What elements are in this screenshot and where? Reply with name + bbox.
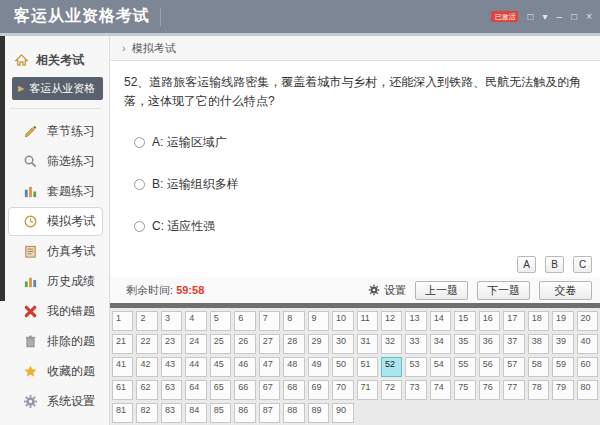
question-cell[interactable]: 42 bbox=[136, 357, 157, 377]
sidebar-item-notepad[interactable]: 仿真考试 bbox=[8, 237, 103, 266]
question-cell[interactable]: 59 bbox=[552, 357, 573, 377]
question-cell[interactable]: 13 bbox=[405, 311, 426, 331]
question-cell[interactable]: 24 bbox=[185, 334, 206, 354]
question-cell[interactable]: 34 bbox=[430, 334, 451, 354]
question-cell[interactable]: 49 bbox=[308, 357, 329, 377]
radio-icon[interactable] bbox=[134, 221, 145, 232]
question-cell[interactable]: 48 bbox=[283, 357, 304, 377]
question-cell[interactable]: 5 bbox=[210, 311, 231, 331]
question-cell-current[interactable]: 52 bbox=[381, 357, 402, 377]
question-cell[interactable]: 54 bbox=[430, 357, 451, 377]
question-cell[interactable]: 1 bbox=[112, 311, 133, 331]
question-cell[interactable]: 68 bbox=[283, 380, 304, 400]
question-cell[interactable]: 18 bbox=[528, 311, 549, 331]
question-cell[interactable]: 20 bbox=[577, 311, 598, 331]
question-cell[interactable]: 70 bbox=[332, 380, 353, 400]
next-question-button[interactable]: 下一题 bbox=[477, 281, 530, 300]
question-cell[interactable]: 74 bbox=[430, 380, 451, 400]
answer-button-B[interactable]: B bbox=[545, 256, 564, 273]
question-cell[interactable]: 56 bbox=[479, 357, 500, 377]
question-cell[interactable]: 16 bbox=[479, 311, 500, 331]
question-cell[interactable]: 7 bbox=[259, 311, 280, 331]
question-cell[interactable]: 90 bbox=[332, 403, 353, 423]
question-cell[interactable]: 79 bbox=[552, 380, 573, 400]
question-cell[interactable]: 21 bbox=[112, 334, 133, 354]
previous-question-button[interactable]: 上一题 bbox=[415, 281, 468, 300]
question-cell[interactable]: 8 bbox=[283, 311, 304, 331]
question-cell[interactable]: 61 bbox=[112, 380, 133, 400]
question-cell[interactable]: 85 bbox=[210, 403, 231, 423]
question-cell[interactable]: 26 bbox=[234, 334, 255, 354]
chevron-down-icon[interactable]: ▾ bbox=[543, 11, 548, 23]
question-cell[interactable]: 73 bbox=[405, 380, 426, 400]
question-cell[interactable]: 66 bbox=[234, 380, 255, 400]
sidebar-section-related-exams[interactable]: 相关考试 bbox=[0, 46, 109, 75]
question-cell[interactable]: 57 bbox=[503, 357, 524, 377]
question-cell[interactable]: 10 bbox=[332, 311, 353, 331]
question-cell[interactable]: 63 bbox=[161, 380, 182, 400]
question-cell[interactable]: 40 bbox=[577, 334, 598, 354]
question-cell[interactable]: 89 bbox=[308, 403, 329, 423]
question-cell[interactable]: 75 bbox=[454, 380, 475, 400]
question-cell[interactable]: 64 bbox=[185, 380, 206, 400]
question-cell[interactable]: 50 bbox=[332, 357, 353, 377]
question-cell[interactable]: 12 bbox=[381, 311, 402, 331]
option-C[interactable]: C: 适应性强 bbox=[134, 218, 582, 235]
question-cell[interactable]: 17 bbox=[503, 311, 524, 331]
question-cell[interactable]: 76 bbox=[479, 380, 500, 400]
question-cell[interactable]: 58 bbox=[528, 357, 549, 377]
question-cell[interactable]: 47 bbox=[259, 357, 280, 377]
question-cell[interactable]: 60 bbox=[577, 357, 598, 377]
answer-button-A[interactable]: A bbox=[517, 256, 536, 273]
question-cell[interactable]: 3 bbox=[161, 311, 182, 331]
option-A[interactable]: A: 运输区域广 bbox=[134, 134, 582, 151]
panel-icon[interactable]: □ bbox=[527, 11, 533, 23]
question-cell[interactable]: 29 bbox=[308, 334, 329, 354]
question-cell[interactable]: 72 bbox=[381, 380, 402, 400]
sidebar-item-chart[interactable]: 历史成绩 bbox=[8, 267, 103, 296]
question-cell[interactable]: 65 bbox=[210, 380, 231, 400]
question-cell[interactable]: 51 bbox=[357, 357, 378, 377]
sidebar-item-cross[interactable]: 我的错题 bbox=[8, 297, 103, 326]
minimize-icon[interactable]: – bbox=[557, 11, 563, 23]
question-cell[interactable]: 45 bbox=[210, 357, 231, 377]
question-cell[interactable]: 36 bbox=[479, 334, 500, 354]
question-cell[interactable]: 25 bbox=[210, 334, 231, 354]
question-cell[interactable]: 81 bbox=[112, 403, 133, 423]
question-cell[interactable]: 31 bbox=[357, 334, 378, 354]
question-cell[interactable]: 30 bbox=[332, 334, 353, 354]
question-cell[interactable]: 2 bbox=[136, 311, 157, 331]
question-cell[interactable]: 86 bbox=[234, 403, 255, 423]
settings-button[interactable]: 设置 bbox=[368, 283, 406, 298]
close-icon[interactable]: × bbox=[586, 11, 592, 23]
radio-icon[interactable] bbox=[134, 137, 145, 148]
question-cell[interactable]: 78 bbox=[528, 380, 549, 400]
question-cell[interactable]: 38 bbox=[528, 334, 549, 354]
sidebar-item-star[interactable]: 收藏的题 bbox=[8, 357, 103, 386]
submit-paper-button[interactable]: 交卷 bbox=[539, 281, 592, 300]
maximize-icon[interactable]: □ bbox=[571, 11, 577, 23]
question-cell[interactable]: 11 bbox=[357, 311, 378, 331]
question-cell[interactable]: 80 bbox=[577, 380, 598, 400]
option-B[interactable]: B: 运输组织多样 bbox=[134, 176, 582, 193]
question-cell[interactable]: 32 bbox=[381, 334, 402, 354]
question-cell[interactable]: 44 bbox=[185, 357, 206, 377]
question-cell[interactable]: 23 bbox=[161, 334, 182, 354]
question-cell[interactable]: 39 bbox=[552, 334, 573, 354]
sidebar-item-search[interactable]: 筛选练习 bbox=[8, 147, 103, 176]
question-cell[interactable]: 77 bbox=[503, 380, 524, 400]
answer-button-C[interactable]: C bbox=[573, 256, 592, 273]
question-cell[interactable]: 27 bbox=[259, 334, 280, 354]
sidebar-item-trash[interactable]: 排除的题 bbox=[8, 327, 103, 356]
question-cell[interactable]: 83 bbox=[161, 403, 182, 423]
question-cell[interactable]: 37 bbox=[503, 334, 524, 354]
sidebar-item-bars[interactable]: 套题练习 bbox=[8, 177, 103, 206]
question-cell[interactable]: 22 bbox=[136, 334, 157, 354]
question-cell[interactable]: 28 bbox=[283, 334, 304, 354]
question-cell[interactable]: 69 bbox=[308, 380, 329, 400]
question-cell[interactable]: 4 bbox=[185, 311, 206, 331]
question-cell[interactable]: 15 bbox=[454, 311, 475, 331]
question-cell[interactable]: 46 bbox=[234, 357, 255, 377]
question-cell[interactable]: 84 bbox=[185, 403, 206, 423]
question-cell[interactable]: 33 bbox=[405, 334, 426, 354]
